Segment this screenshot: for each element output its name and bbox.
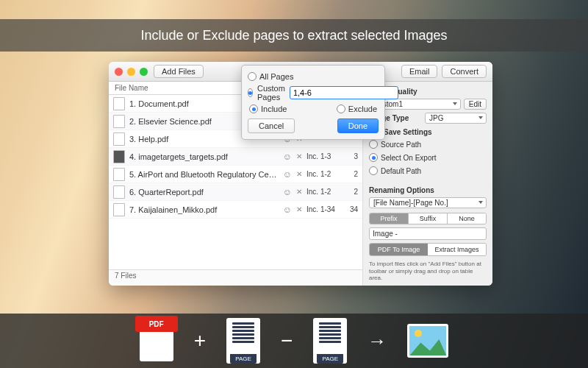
prefix-input[interactable]: Image - xyxy=(369,227,487,240)
include-range: Inc. 1-2 xyxy=(306,170,340,178)
remove-icon[interactable]: ✕ xyxy=(296,205,302,213)
radio-icon xyxy=(369,166,378,175)
table-row[interactable]: 7. Kaijalainen_Mikko.pdf ☺ ✕ Inc. 1-34 3… xyxy=(109,201,362,219)
include-range: Inc. 1-3 xyxy=(306,152,340,160)
promo-banner-bottom: PDF + PAGE − PAGE → xyxy=(0,314,588,368)
page-icon: PAGE xyxy=(313,318,347,364)
app-window: Add Files Email Convert File Name 1. Doc… xyxy=(109,62,492,286)
preview-icon[interactable]: ☺ xyxy=(283,205,292,215)
page-count: 3 xyxy=(345,152,358,160)
pages-input[interactable] xyxy=(290,86,398,99)
include-range: Inc. 1-34 xyxy=(306,205,340,213)
plus-icon: + xyxy=(194,329,206,353)
file-thumb-icon xyxy=(113,203,125,216)
page-count: 34 xyxy=(345,205,358,213)
image-type-select[interactable]: JPG xyxy=(425,113,487,124)
window-controls xyxy=(115,68,148,76)
extract-images-seg[interactable]: Extract Images xyxy=(428,244,486,255)
radio-icon xyxy=(369,140,378,149)
page-count: 2 xyxy=(345,170,358,178)
arrow-right-icon: → xyxy=(368,330,387,353)
minus-icon: − xyxy=(281,329,293,353)
radio-icon xyxy=(249,105,258,113)
import-hint: To import files click on "Add Files" but… xyxy=(369,261,487,282)
source-path-radio[interactable]: Source Path xyxy=(369,139,487,149)
table-row[interactable]: 4. imagetargets_targets.pdf ☺ ✕ Inc. 1-3… xyxy=(109,148,362,166)
done-button[interactable]: Done xyxy=(337,118,379,133)
status-bar: 7 Files xyxy=(109,269,362,286)
file-name: 4. imagetargets_targets.pdf xyxy=(129,152,279,161)
pdf-to-image-seg[interactable]: PDF To Image xyxy=(370,244,428,255)
file-thumb-icon xyxy=(113,132,125,146)
preview-icon[interactable]: ☺ xyxy=(283,187,292,197)
radio-icon xyxy=(369,153,378,162)
page-count: 2 xyxy=(345,188,358,196)
file-thumb-icon xyxy=(113,150,125,163)
affix-segmented: Prefix Suffix None xyxy=(369,213,487,224)
preview-icon[interactable]: ☺ xyxy=(283,169,292,180)
preview-icon[interactable]: ☺ xyxy=(283,152,292,162)
pdf-file-icon: PDF xyxy=(140,320,173,361)
custom-pages-label: Custom Pages xyxy=(257,84,285,102)
remove-icon[interactable]: ✕ xyxy=(296,170,302,178)
convert-button[interactable]: Convert xyxy=(442,65,487,78)
remove-icon[interactable]: ✕ xyxy=(296,188,302,196)
file-thumb-icon xyxy=(113,185,125,199)
file-name: 6. QuarterReport.pdf xyxy=(129,188,279,197)
none-seg[interactable]: None xyxy=(448,213,486,224)
file-thumb-icon xyxy=(113,115,125,128)
add-files-button[interactable]: Add Files xyxy=(154,65,204,78)
mode-segmented: PDF To Image Extract Images xyxy=(369,243,487,256)
default-path-radio[interactable]: Default Path xyxy=(369,166,487,176)
edit-quality-button[interactable]: Edit xyxy=(464,99,487,110)
page-icon: PAGE xyxy=(226,318,260,364)
image-file-icon xyxy=(407,324,448,358)
include-range: Inc. 1-2 xyxy=(306,188,340,196)
table-row[interactable]: 6. QuarterReport.pdf ☺ ✕ Inc. 1-2 2 xyxy=(109,183,362,201)
remove-icon[interactable]: ✕ xyxy=(296,152,302,160)
banner-text: Include or Exclude pages to extract sele… xyxy=(140,28,447,43)
suffix-seg[interactable]: Suffix xyxy=(409,213,448,224)
file-thumb-icon xyxy=(113,168,125,181)
minimize-icon[interactable] xyxy=(127,68,135,76)
file-thumb-icon xyxy=(113,97,125,110)
exclude-radio[interactable]: Exclude xyxy=(337,104,377,114)
radio-icon xyxy=(248,72,257,81)
file-name: 5. AirPort and Bluetooth Regulatory Cert… xyxy=(129,170,279,179)
table-row[interactable]: 5. AirPort and Bluetooth Regulatory Cert… xyxy=(109,166,362,183)
prefix-seg[interactable]: Prefix xyxy=(370,213,409,224)
custom-pages-radio[interactable] xyxy=(248,88,253,97)
select-on-export-radio[interactable]: Select On Export xyxy=(369,152,487,163)
cancel-button[interactable]: Cancel xyxy=(248,118,295,133)
file-name: 7. Kaijalainen_Mikko.pdf xyxy=(129,205,279,214)
close-icon[interactable] xyxy=(115,68,123,76)
promo-banner-top: Include or Exclude pages to extract sele… xyxy=(0,19,588,52)
file-save-label: File Save Settings xyxy=(369,128,487,136)
renaming-label: Renaming Options xyxy=(369,186,487,194)
radio-icon xyxy=(337,105,345,113)
zoom-icon[interactable] xyxy=(140,68,148,76)
include-radio[interactable]: Include xyxy=(249,104,287,114)
pages-popover: All Pages Custom Pages Include Exclude C… xyxy=(241,65,385,140)
email-button[interactable]: Email xyxy=(401,65,438,78)
renaming-select[interactable]: [File Name]-[Page No.] xyxy=(369,197,487,208)
all-pages-radio[interactable]: All Pages xyxy=(248,71,379,82)
